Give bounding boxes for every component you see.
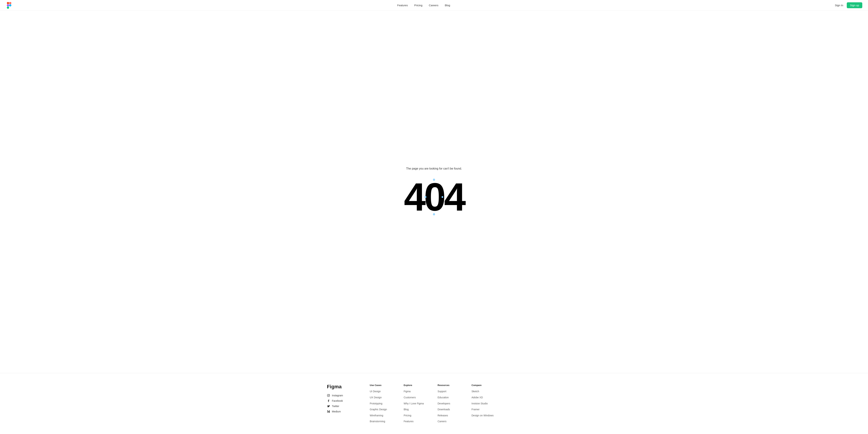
main-nav: Features Pricing Careers Blog (397, 4, 450, 7)
node-bottom (433, 213, 435, 215)
instagram-icon (327, 394, 330, 397)
social-twitter[interactable]: Twitter (327, 405, 359, 408)
svg-rect-0 (7, 2, 9, 4)
footer-brand-name: Figma (327, 384, 359, 390)
signup-button[interactable]: Sign up (847, 2, 862, 8)
social-facebook[interactable]: Facebook (327, 399, 359, 402)
error-digit-4-left: 4 (404, 175, 424, 219)
figma-logo-icon (6, 2, 12, 9)
medium-icon (327, 410, 330, 413)
footer-link-invision[interactable]: Invision Studio (471, 402, 495, 405)
error-code-display: 4 0 4 (404, 177, 464, 216)
footer-link-customers[interactable]: Customers (404, 396, 427, 399)
twitter-label: Twitter (332, 405, 339, 408)
node-right (441, 196, 443, 198)
footer-link-features[interactable]: Features (404, 420, 427, 423)
svg-point-4 (9, 4, 11, 6)
footer-link-wireframing[interactable]: Wireframing (370, 414, 393, 418)
footer-link-education[interactable]: Education (438, 396, 461, 399)
footer-link-sketch[interactable]: Sketch (471, 390, 495, 393)
footer-link-adobe-xd[interactable]: Adobe XD (471, 396, 495, 399)
main-content: The page you are looking for can't be fo… (0, 11, 868, 373)
footer-link-careers[interactable]: Careers (438, 420, 461, 423)
error-digit-0: 0 (424, 177, 444, 216)
site-header: Features Pricing Careers Blog Sign In Si… (0, 0, 868, 11)
footer-col-compare: Compare Sketch Adobe XD Invision Studio … (471, 384, 495, 423)
footer-link-graphic-design[interactable]: Graphic Design (370, 408, 393, 411)
svg-rect-1 (9, 2, 11, 4)
footer-col-explore-title: Explore (404, 384, 427, 387)
footer-link-downloads[interactable]: Downloads (438, 408, 461, 411)
footer-link-framer[interactable]: Framer (471, 408, 495, 411)
node-top (433, 179, 435, 180)
footer-link-why-figma[interactable]: Why I Love Figma (404, 402, 427, 405)
logo-link[interactable] (6, 2, 12, 9)
twitter-icon (327, 405, 330, 408)
svg-rect-3 (7, 6, 9, 9)
social-medium[interactable]: Medium (327, 410, 359, 413)
footer-link-ui-design[interactable]: UI Design (370, 390, 393, 393)
social-links: Instagram Facebook Twitter (327, 394, 359, 413)
svg-rect-5 (327, 394, 330, 397)
nav-blog[interactable]: Blog (445, 4, 450, 7)
error-digit-4-right: 4 (444, 175, 464, 219)
facebook-icon (327, 399, 330, 402)
footer-link-ux-design[interactable]: UX Design (370, 396, 393, 399)
site-footer: Figma Instagram Facebook (0, 373, 868, 434)
header-actions: Sign In Sign up (835, 2, 862, 8)
footer-link-pricing[interactable]: Pricing (404, 414, 427, 418)
footer-link-developers[interactable]: Developers (438, 402, 461, 405)
facebook-label: Facebook (332, 399, 343, 402)
nav-careers[interactable]: Careers (429, 4, 438, 7)
svg-point-6 (328, 395, 329, 396)
footer-col-resources-title: Resources (438, 384, 461, 387)
footer-link-support[interactable]: Support (438, 390, 461, 393)
footer-link-brainstorming[interactable]: Brainstorming (370, 420, 393, 423)
footer-col-resources: Resources Support Education Developers D… (438, 384, 461, 423)
footer-col-usecases: Use Cases UI Design UX Design Prototypin… (370, 384, 393, 423)
instagram-label: Instagram (332, 394, 343, 397)
signin-link[interactable]: Sign In (835, 4, 843, 7)
footer-link-figma[interactable]: Figma (404, 390, 427, 393)
footer-link-releases[interactable]: Releases (438, 414, 461, 418)
svg-point-7 (329, 395, 330, 395)
nav-features[interactable]: Features (397, 4, 408, 7)
footer-col-usecases-title: Use Cases (370, 384, 393, 387)
footer-col-compare-title: Compare (471, 384, 495, 387)
medium-label: Medium (332, 410, 341, 413)
footer-columns: Use Cases UI Design UX Design Prototypin… (370, 384, 541, 423)
nav-pricing[interactable]: Pricing (414, 4, 423, 7)
footer-link-design-windows[interactable]: Design on Windows (471, 414, 495, 418)
footer-brand: Figma Instagram Facebook (327, 384, 359, 423)
footer-link-prototyping[interactable]: Prototyping (370, 402, 393, 405)
error-message: The page you are looking for can't be fo… (406, 167, 462, 170)
footer-link-blog[interactable]: Blog (404, 408, 427, 411)
social-instagram[interactable]: Instagram (327, 394, 359, 397)
svg-rect-2 (7, 4, 9, 6)
node-left (425, 196, 427, 198)
footer-col-explore: Explore Figma Customers Why I Love Figma… (404, 384, 427, 423)
